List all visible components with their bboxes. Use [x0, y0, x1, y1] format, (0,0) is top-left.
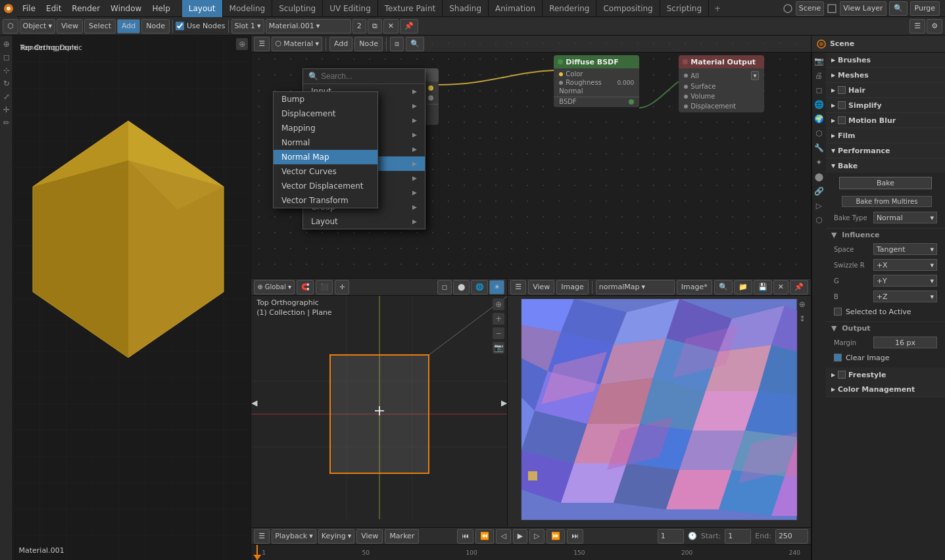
selected-to-active-checkbox[interactable]	[834, 308, 842, 315]
current-frame[interactable]: 1	[658, 529, 684, 544]
scene-selector[interactable]: Scene	[796, 1, 825, 16]
viewport-shading-render[interactable]: ☀	[489, 280, 504, 294]
prev-keyframe-btn[interactable]: ◁	[496, 529, 510, 544]
scene-icon[interactable]: 🌐	[813, 99, 825, 110]
swizzle-r-dropdown[interactable]: +X▾	[873, 259, 937, 271]
diffuse-bsdf-node[interactable]: Diffuse BSDF Color Roughness 0.000 Norma…	[554, 55, 639, 107]
tool-icon-rotate[interactable]: ↻	[1, 78, 12, 89]
scroll-right-icon[interactable]: ▶	[501, 398, 507, 408]
viewport-shading-solid[interactable]: ⬤	[453, 280, 470, 294]
workspace-tab-layout[interactable]: Layout	[182, 0, 223, 17]
gizmo-icon[interactable]: ⊕	[493, 298, 504, 310]
render-icon[interactable]: 📷	[813, 55, 825, 67]
motion-blur-header[interactable]: ▶ Motion Blur	[826, 113, 945, 128]
select-btn[interactable]: Select	[84, 19, 116, 34]
meshes-header[interactable]: ▶ Meshes	[826, 68, 945, 82]
add-workspace-button[interactable]: +	[709, 4, 726, 13]
clear-image-checkbox[interactable]	[834, 354, 842, 362]
purge-button[interactable]: Purge	[910, 1, 940, 16]
tool-icon-select[interactable]: ◻	[1, 51, 12, 63]
keying-dropdown[interactable]: Keying ▾	[318, 529, 354, 544]
viewport-shading-wire[interactable]: ◻	[437, 280, 452, 294]
constraints-icon[interactable]: 🔗	[813, 185, 825, 197]
color-management-header[interactable]: ▶ Color Management	[826, 382, 945, 396]
output-icon[interactable]: 🖨	[813, 70, 825, 82]
image-editor-menu[interactable]: ☰	[510, 280, 526, 294]
particles-icon[interactable]: ✦	[813, 156, 825, 168]
submenu-normal-map[interactable]: Normal Map	[274, 150, 377, 164]
slot-selector[interactable]: Slot 1▾	[231, 19, 264, 34]
bake-header[interactable]: ▼ Bake	[826, 158, 945, 173]
hair-checkbox[interactable]	[838, 86, 846, 94]
timeline-marker-btn[interactable]: Marker	[385, 529, 419, 544]
image-editor-image[interactable]: Image	[556, 280, 588, 294]
menu-render[interactable]: Render	[66, 0, 105, 17]
bake-from-multires-btn[interactable]: Bake from Multires	[842, 196, 932, 207]
object-icon[interactable]: ⬡	[813, 128, 825, 139]
image-editor-open[interactable]: 📁	[734, 280, 752, 294]
image-editor-pin[interactable]: 📌	[790, 280, 808, 294]
blender-logo-icon[interactable]	[0, 0, 17, 17]
workspace-tab-compositing[interactable]: Compositing	[596, 0, 660, 17]
camera-icon[interactable]: 📷	[493, 342, 504, 354]
tool-icon-cursor[interactable]: ⊕	[1, 38, 12, 50]
margin-input[interactable]: 16 px	[873, 337, 937, 348]
tool-icon-scale[interactable]: ⤢	[1, 91, 12, 103]
physics-icon[interactable]: ⬤	[813, 171, 825, 183]
menu-help[interactable]: Help	[147, 0, 175, 17]
options-btn[interactable]: ⚙	[927, 19, 942, 34]
viewport-shading-icon[interactable]: ⬡	[3, 19, 18, 34]
space-dropdown[interactable]: Tangent▾	[873, 243, 937, 255]
add-btn[interactable]: Add	[117, 19, 140, 34]
workspace-tab-modeling[interactable]: Modeling	[223, 0, 273, 17]
bake-button[interactable]: Bake	[839, 177, 932, 189]
end-frame[interactable]: 250	[775, 529, 808, 544]
scroll-left-icon[interactable]: ◀	[251, 398, 257, 408]
material-icon[interactable]: ⬡	[813, 214, 825, 226]
timeline-ruler[interactable]: 1 50 100 150 200 240	[251, 545, 811, 560]
workspace-tab-animation[interactable]: Animation	[489, 0, 543, 17]
view-axis-icon[interactable]: ⊕	[236, 38, 248, 50]
search-button[interactable]: 🔍	[889, 1, 908, 16]
viewport-shading-look[interactable]: 🌐	[471, 280, 488, 294]
viewport-snap[interactable]: 🧲	[297, 280, 314, 294]
image-editor-save[interactable]: 💾	[754, 280, 772, 294]
bake-type-dropdown[interactable]: Normal▾	[873, 212, 937, 223]
workspace-tab-sculpting[interactable]: Sculpting	[272, 0, 323, 17]
simplify-checkbox[interactable]	[838, 101, 846, 109]
submenu-vector-transform[interactable]: Vector Transform	[274, 193, 377, 208]
performance-header[interactable]: ▼ Performance	[826, 143, 945, 158]
image-filename-selector[interactable]: normalMap▾	[596, 280, 675, 294]
menu-item-layout[interactable]: Layout ▶	[303, 214, 425, 229]
tool-icon-annotate[interactable]: ✏	[1, 117, 12, 129]
submenu-displacement[interactable]: Displacement	[274, 106, 377, 121]
dropdown-search-input[interactable]	[321, 72, 420, 81]
view-layer-icon[interactable]: ◻	[813, 84, 825, 96]
material-output-node[interactable]: Material Output All ▾ Surface Volume	[679, 55, 764, 112]
next-keyframe-btn[interactable]: ▷	[529, 529, 544, 544]
start-frame[interactable]: 1	[725, 529, 751, 544]
workspace-tab-uv-editing[interactable]: UV Editing	[323, 0, 378, 17]
filter-btn[interactable]: ☰	[909, 19, 925, 34]
freestyle-checkbox[interactable]	[838, 371, 846, 379]
submenu-normal[interactable]: Normal	[274, 135, 377, 150]
simplify-header[interactable]: ▶ Simplify	[826, 98, 945, 112]
pin-material[interactable]: 📌	[400, 19, 418, 34]
brushes-header[interactable]: ▶ Brushes	[826, 53, 945, 67]
submenu-vector-displacement[interactable]: Vector Displacement	[274, 179, 377, 193]
film-header[interactable]: ▶ Film	[826, 128, 945, 143]
viewport-gizmo[interactable]: ✛	[335, 280, 349, 294]
node-btn[interactable]: Node	[141, 19, 170, 34]
copy-node-tree[interactable]: ⧉	[368, 19, 382, 34]
swizzle-g-dropdown[interactable]: +Y▾	[873, 275, 937, 287]
mode-selector[interactable]: Object▾	[20, 19, 55, 34]
tool-icon-move[interactable]: ⊹	[1, 64, 12, 76]
image-editor-view[interactable]: View	[528, 280, 554, 294]
next-frame-btn[interactable]: ⏩	[546, 529, 565, 544]
zoom-out-icon[interactable]: −	[493, 327, 504, 339]
jump-end-btn[interactable]: ⏭	[567, 529, 583, 544]
tool-icon-transform[interactable]: ✛	[1, 104, 12, 116]
material-selector[interactable]: Material.001▾	[266, 19, 351, 34]
freestyle-header[interactable]: ▶ Freestyle	[826, 367, 945, 382]
workspace-tab-rendering[interactable]: Rendering	[543, 0, 596, 17]
